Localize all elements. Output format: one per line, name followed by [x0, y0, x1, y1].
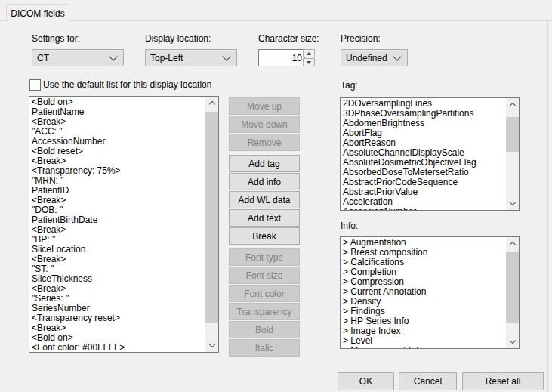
- list-item[interactable]: <Transparency reset>: [29, 313, 205, 323]
- settings-for-label: Settings for:: [32, 33, 80, 44]
- add-tag-button[interactable]: Add tag: [229, 155, 300, 172]
- remove-button[interactable]: Remove: [229, 134, 300, 151]
- list-item[interactable]: AbsoluteDosimetricObjectiveFlag: [341, 158, 506, 168]
- list-item[interactable]: "BP: ": [29, 235, 205, 245]
- list-item[interactable]: <Break>: [29, 255, 205, 264]
- list-item[interactable]: "DOB: ": [29, 205, 205, 215]
- list-item[interactable]: AccessionNumber: [341, 207, 506, 210]
- list-item[interactable]: <Font color: #00FFFF>: [29, 343, 205, 352]
- transparency-button[interactable]: Transparency: [229, 303, 300, 320]
- ok-button[interactable]: OK: [338, 372, 394, 390]
- list-item[interactable]: AbsoluteChannelDisplayScale: [341, 148, 506, 158]
- add-info-button[interactable]: Add info: [229, 173, 300, 190]
- default-list-checkbox-label[interactable]: Use the default list for this display lo…: [43, 79, 211, 90]
- chevron-down-icon: [208, 341, 214, 347]
- list-item[interactable]: <Break>: [29, 284, 205, 294]
- list-item[interactable]: AbstractPriorCodeSequence: [341, 177, 506, 187]
- list-item[interactable]: AbdomenBrightness: [341, 119, 506, 128]
- settings-for-dropdown[interactable]: CT: [32, 49, 124, 66]
- display-location-dropdown[interactable]: Top-Left: [145, 49, 237, 66]
- scroll-up-button[interactable]: [506, 98, 519, 111]
- scrollbar-thumb[interactable]: [506, 252, 519, 323]
- list-item[interactable]: 3DPhaseOversamplingPartitions: [341, 109, 506, 119]
- list-item[interactable]: AccessionNumber: [29, 137, 205, 147]
- list-item[interactable]: PatientBirthDate: [29, 215, 205, 225]
- list-item[interactable]: > Augmentation: [341, 238, 506, 248]
- tag-list-scrollbar[interactable]: [506, 98, 519, 210]
- list-item[interactable]: > Current Annotation: [341, 287, 506, 297]
- list-item[interactable]: <Transparency: 75%>: [29, 166, 205, 176]
- character-size-label: Character size:: [258, 33, 319, 44]
- tag-label: Tag:: [341, 80, 358, 91]
- list-item[interactable]: "ACC: ": [29, 127, 205, 137]
- list-item[interactable]: > Findings: [341, 307, 506, 316]
- cancel-button[interactable]: Cancel: [399, 372, 457, 390]
- font-color-button[interactable]: Font color: [229, 285, 300, 302]
- list-item[interactable]: SliceThickness: [29, 274, 205, 284]
- move-up-button[interactable]: Move up: [229, 97, 300, 115]
- precision-dropdown[interactable]: Undefined: [341, 49, 408, 66]
- scroll-up-button[interactable]: [506, 237, 519, 250]
- font-type-button[interactable]: Font type: [229, 248, 300, 266]
- list-item[interactable]: > Compression: [341, 277, 506, 287]
- list-item[interactable]: "ST: ": [29, 264, 205, 274]
- info-list-scrollbar[interactable]: [506, 237, 519, 348]
- tag-listbox[interactable]: 2DOversamplingLines3DPhaseOversamplingPa…: [340, 97, 520, 211]
- field-list-scrollbar[interactable]: [205, 97, 218, 352]
- spin-down-button[interactable]: [303, 58, 315, 66]
- list-item[interactable]: <Break>: [29, 225, 205, 235]
- italic-button[interactable]: Italic: [229, 339, 300, 357]
- add-wl-data-button[interactable]: Add WL data: [229, 191, 300, 208]
- list-item[interactable]: > Breast composition: [341, 248, 506, 258]
- list-item[interactable]: PatientID: [29, 186, 205, 196]
- list-item[interactable]: <Break>: [29, 117, 205, 127]
- list-item[interactable]: SliceLocation: [29, 245, 205, 255]
- list-item[interactable]: "Series: ": [29, 294, 205, 304]
- font-size-button[interactable]: Font size: [229, 267, 300, 284]
- list-item[interactable]: AbstractPriorValue: [341, 187, 506, 197]
- info-listbox[interactable]: > Augmentation> Breast composition> Calc…: [340, 236, 520, 349]
- tab-dicom-fields[interactable]: DICOM fields: [6, 4, 69, 22]
- list-item[interactable]: <Break>: [29, 156, 205, 166]
- list-item[interactable]: <Bold reset>: [29, 147, 205, 156]
- list-item[interactable]: <Bold on>: [29, 333, 205, 343]
- list-item[interactable]: AbortFlag: [341, 128, 506, 138]
- list-item[interactable]: > Measurement Info: [341, 346, 506, 348]
- list-item[interactable]: > Image Index: [341, 326, 506, 336]
- move-down-button[interactable]: Move down: [229, 116, 300, 133]
- list-item[interactable]: > Level: [341, 336, 506, 346]
- precision-label: Precision:: [341, 33, 381, 44]
- display-location-label: Display location:: [145, 33, 211, 44]
- list-item[interactable]: <Break>: [29, 196, 205, 205]
- reset-all-button[interactable]: Reset all: [462, 372, 544, 390]
- list-item[interactable]: AbsorbedDoseToMetersetRatio: [341, 168, 506, 177]
- scrollbar-thumb[interactable]: [506, 117, 519, 152]
- list-item[interactable]: PatientName: [29, 107, 205, 117]
- list-item[interactable]: Acceleration: [341, 197, 506, 207]
- default-list-checkbox[interactable]: [29, 79, 41, 91]
- list-item[interactable]: <Break>: [29, 323, 205, 333]
- spin-up-button[interactable]: [303, 49, 315, 57]
- list-item[interactable]: > Completion: [341, 267, 506, 277]
- break-button[interactable]: Break: [229, 227, 300, 245]
- add-text-button[interactable]: Add text: [229, 209, 300, 227]
- scroll-down-button[interactable]: [506, 197, 519, 210]
- chevron-down-icon: [393, 52, 401, 60]
- list-item[interactable]: > Density: [341, 297, 506, 307]
- list-item[interactable]: > HP Series Info: [341, 316, 506, 326]
- settings-for-value: CT: [32, 53, 110, 63]
- scroll-down-button[interactable]: [506, 335, 519, 348]
- list-item[interactable]: "MRN: ": [29, 176, 205, 186]
- list-item[interactable]: SeriesNumber: [29, 304, 205, 313]
- dicom-field-listbox[interactable]: <Bold on>PatientName<Break>"ACC: "Access…: [29, 96, 219, 353]
- list-item[interactable]: 2DOversamplingLines: [341, 99, 506, 109]
- list-item[interactable]: AbortReason: [341, 138, 506, 148]
- scroll-down-button[interactable]: [205, 339, 218, 352]
- list-item[interactable]: > Calcifications: [341, 258, 506, 267]
- scroll-up-button[interactable]: [205, 97, 218, 110]
- scrollbar-thumb[interactable]: [205, 112, 218, 323]
- character-size-input[interactable]: 10: [258, 49, 305, 66]
- bold-button[interactable]: Bold: [229, 321, 300, 338]
- list-item[interactable]: <Bold on>: [29, 97, 205, 107]
- chevron-up-icon: [509, 242, 515, 248]
